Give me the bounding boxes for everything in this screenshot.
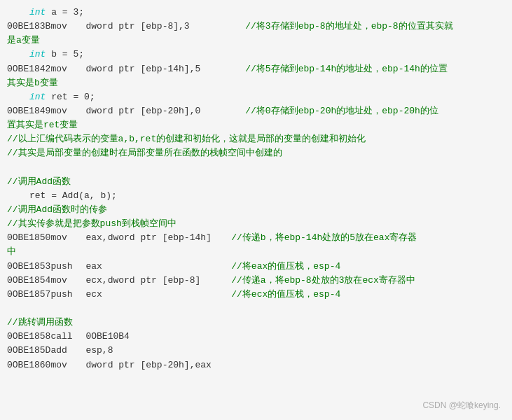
line-19: //跳转调用函数 [7, 316, 505, 330]
line-10: //调用Add函数 [7, 175, 505, 189]
asm-opcode-16: mov [50, 274, 85, 288]
asm-address-22: 0OBE1860 [7, 358, 50, 372]
asm-operand-22: dword ptr [ebp-20h],eax [85, 360, 211, 370]
comment-13: //其实传参就是把参数push到栈帧空间中 [7, 218, 177, 229]
comment-cont-14: 中 [7, 246, 16, 257]
asm-opcode-14: mov [50, 231, 85, 245]
comment-cont: 是a变量 [7, 35, 40, 46]
asm-operand-15: eax [85, 260, 226, 274]
asm-address-14: 0OBE1850 [7, 231, 50, 245]
asm-operand-16: ecx,dword ptr [ebp-8] [85, 274, 226, 288]
line-11: ret = Add(a, b); [7, 189, 505, 203]
asm-address-20: 0OBE1858 [7, 330, 50, 344]
code-viewer: int a = 3; 00BE183B mov dword ptr [ebp-8… [0, 0, 512, 420]
line-17: 0OBE1857 push ecx //将ecx的值压栈，esp-4 [7, 288, 505, 302]
code-content: int a = 3; 00BE183B mov dword ptr [ebp-8… [7, 6, 505, 372]
line-4b: 其实是b变量 [7, 76, 505, 90]
comment-19: //跳转调用函数 [7, 317, 73, 328]
asm-operand-4: dword ptr [ebp-14h],5 [85, 62, 240, 76]
line-20: 0OBE1858 call 0OBE10B4 [7, 330, 505, 344]
asm-opcode: mov [50, 20, 85, 34]
line-2b: 是a变量 [7, 34, 505, 48]
keyword-int-ret: int [29, 92, 46, 102]
asm-comment-6: //将0存储到ebp-20h的地址处，ebp-20h的位 [240, 106, 438, 116]
watermark: CSDN @蛇喰keying. [422, 400, 501, 412]
code-text-b: b = 5; [46, 49, 84, 59]
line-12: //调用Add函数时的传参 [7, 203, 505, 217]
line-1: int a = 3; [7, 6, 505, 20]
comment-10: //调用Add函数 [7, 176, 71, 187]
asm-opcode-17: push [50, 288, 85, 302]
asm-operand-14: eax,dword ptr [ebp-14h] [85, 231, 226, 245]
code-text-11: ret = Add(a, b); [29, 190, 117, 201]
line-14: 0OBE1850 mov eax,dword ptr [ebp-14h] //传… [7, 231, 505, 245]
asm-address: 00BE183B [7, 20, 50, 34]
asm-operand-17: ecx [85, 288, 226, 302]
asm-comment-16: //传递a，将ebp-8处放的3放在ecx寄存器中 [226, 275, 415, 286]
comment-cont-4: 其实是b变量 [7, 78, 58, 88]
line-6b: 置其实是ret变量 [7, 118, 505, 132]
asm-comment-17: //将ecx的值压栈，esp-4 [226, 289, 340, 300]
line-14b: 中 [7, 245, 505, 259]
asm-address-17: 0OBE1857 [7, 288, 50, 302]
asm-operand-20: 0OBE10B4 [85, 331, 129, 342]
comment-cont-6: 置其实是ret变量 [7, 120, 78, 130]
line-7: //以上汇编代码表示的变量a,b,ret的创建和初始化，这就是局部的变量的创建和… [7, 132, 505, 146]
comment-12: //调用Add函数时的传参 [7, 204, 107, 215]
comment-7: //以上汇编代码表示的变量a,b,ret的创建和初始化，这就是局部的变量的创建和… [7, 134, 366, 144]
code-text-ret: ret = 0; [46, 92, 95, 102]
line-8: //其实是局部变量的创建时在局部变量所在函数的栈帧空间中创建的 [7, 146, 505, 160]
asm-comment-15: //将eax的值压栈，esp-4 [226, 261, 340, 272]
asm-operand-21: esp,8 [85, 345, 113, 356]
line-5: int ret = 0; [7, 90, 505, 104]
keyword-int: int [29, 7, 46, 18]
line-9-empty [7, 161, 505, 175]
line-21: 0OBE185D add esp,8 [7, 344, 505, 358]
line-3: int b = 5; [7, 48, 505, 62]
asm-address-6: 0OBE1849 [7, 104, 50, 118]
asm-address-16: 0OBE1854 [7, 274, 50, 288]
asm-operand: dword ptr [ebp-8],3 [85, 20, 240, 34]
asm-opcode-4: mov [50, 62, 85, 76]
asm-opcode-22: mov [50, 358, 85, 372]
asm-address-15: 0OBE1853 [7, 260, 50, 274]
line-2: 00BE183B mov dword ptr [ebp-8],3 //将3存储到… [7, 20, 505, 34]
asm-comment-4: //将5存储到ebp-14h的地址处，ebp-14h的位置 [240, 64, 447, 74]
code-text: a = 3; [46, 7, 84, 18]
keyword-int-b: int [29, 49, 46, 59]
asm-opcode-6: mov [50, 104, 85, 118]
line-16: 0OBE1854 mov ecx,dword ptr [ebp-8] //传递a… [7, 274, 505, 288]
asm-opcode-21: add [50, 344, 85, 358]
asm-comment-14: //传递b，将ebp-14h处放的5放在eax寄存器 [226, 232, 417, 243]
asm-address-4: 0OBE1842 [7, 62, 50, 76]
asm-operand-6: dword ptr [ebp-20h],0 [85, 104, 240, 118]
line-13: //其实传参就是把参数push到栈帧空间中 [7, 217, 505, 231]
comment-8: //其实是局部变量的创建时在局部变量所在函数的栈帧空间中创建的 [7, 148, 282, 158]
line-22: 0OBE1860 mov dword ptr [ebp-20h],eax [7, 358, 505, 372]
line-6: 0OBE1849 mov dword ptr [ebp-20h],0 //将0存… [7, 104, 505, 118]
line-18-empty [7, 302, 505, 316]
asm-address-21: 0OBE185D [7, 344, 50, 358]
asm-comment: //将3存储到ebp-8的地址处，ebp-8的位置其实就 [240, 21, 452, 31]
line-15: 0OBE1853 push eax //将eax的值压栈，esp-4 [7, 260, 505, 274]
asm-opcode-20: call [50, 330, 85, 344]
asm-opcode-15: push [50, 260, 85, 274]
line-4: 0OBE1842 mov dword ptr [ebp-14h],5 //将5存… [7, 62, 505, 76]
